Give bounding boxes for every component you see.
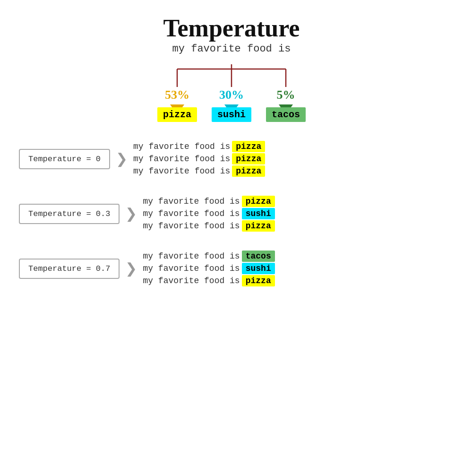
- result-text-0-1: my favorite food is: [133, 154, 230, 164]
- result-text-1-1: my favorite food is: [143, 209, 240, 218]
- result-word-1-1: sushi: [242, 208, 275, 219]
- temp-section-0: Temperature = 0❯my favorite food is pizz…: [19, 141, 444, 177]
- result-word-1-2: pizza: [242, 220, 275, 232]
- main-title: Temperature: [163, 14, 300, 42]
- percent-pizza: 53%: [165, 88, 189, 102]
- result-row-2-1: my favorite food is sushi: [143, 263, 274, 274]
- result-row-1-0: my favorite food is pizza: [143, 196, 274, 207]
- branches-row: 53% pizza 30% sushi 5% tacos: [151, 88, 312, 122]
- result-word-0-1: pizza: [232, 153, 265, 164]
- result-text-1-2: my favorite food is: [143, 221, 240, 231]
- percent-sushi: 30%: [219, 88, 244, 102]
- word-tacos: tacos: [266, 107, 306, 122]
- result-row-0-2: my favorite food is pizza: [133, 165, 265, 177]
- result-word-0-2: pizza: [232, 165, 265, 177]
- result-row-0-1: my favorite food is pizza: [133, 153, 265, 164]
- result-row-2-0: my favorite food is tacos: [143, 251, 274, 262]
- result-text-2-0: my favorite food is: [143, 251, 240, 261]
- result-text-0-0: my favorite food is: [133, 142, 230, 151]
- word-pizza: pizza: [157, 107, 197, 122]
- result-word-2-0: tacos: [242, 251, 275, 262]
- sections-container: Temperature = 0❯my favorite food is pizz…: [19, 136, 444, 305]
- chevron-2: ❯: [125, 261, 137, 276]
- percent-tacos: 5%: [277, 88, 295, 102]
- temp-section-1: Temperature = 0.3❯my favorite food is pi…: [19, 196, 444, 232]
- result-word-1-0: pizza: [242, 196, 275, 207]
- result-row-1-1: my favorite food is sushi: [143, 208, 274, 219]
- word-sushi: sushi: [212, 107, 251, 122]
- result-text-2-1: my favorite food is: [143, 264, 240, 273]
- result-text-1-0: my favorite food is: [143, 197, 240, 206]
- result-row-1-2: my favorite food is pizza: [143, 220, 274, 232]
- chevron-0: ❯: [116, 152, 128, 166]
- subtitle: my favorite food is: [163, 43, 300, 55]
- temp-section-2: Temperature = 0.7❯my favorite food is ta…: [19, 251, 444, 286]
- result-row-2-2: my favorite food is pizza: [143, 275, 274, 286]
- branch-pizza: 53% pizza: [151, 88, 203, 122]
- temp-label-2: Temperature = 0.7: [19, 259, 120, 279]
- branch-sushi: 30% sushi: [206, 88, 257, 122]
- result-word-0-0: pizza: [232, 141, 265, 152]
- title-section: Temperature my favorite food is: [163, 14, 300, 55]
- result-word-2-2: pizza: [242, 275, 275, 286]
- branch-tacos: 5% tacos: [260, 88, 312, 122]
- results-col-1: my favorite food is pizzamy favorite foo…: [143, 196, 274, 232]
- chevron-1: ❯: [125, 207, 137, 221]
- temp-label-0: Temperature = 0: [19, 149, 110, 169]
- result-row-0-0: my favorite food is pizza: [133, 141, 265, 152]
- bracket-container: [151, 64, 312, 88]
- results-col-2: my favorite food is tacosmy favorite foo…: [143, 251, 274, 286]
- result-text-0-2: my favorite food is: [133, 166, 230, 176]
- result-word-2-1: sushi: [242, 263, 275, 274]
- results-col-0: my favorite food is pizzamy favorite foo…: [133, 141, 265, 177]
- temp-label-1: Temperature = 0.3: [19, 204, 120, 224]
- tree-diagram: 53% pizza 30% sushi 5% tacos: [151, 64, 312, 122]
- result-text-2-2: my favorite food is: [143, 276, 240, 286]
